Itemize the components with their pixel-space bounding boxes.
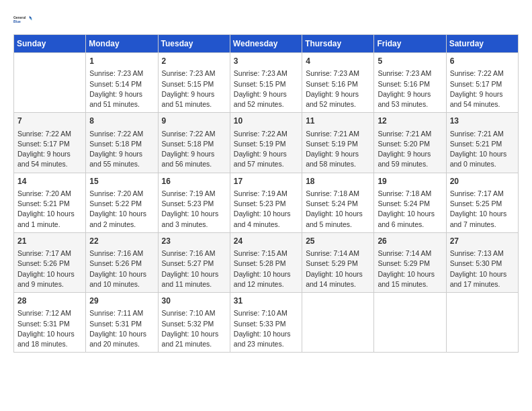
day-info: Sunrise: 7:23 AM Sunset: 5:15 PM Dayligh… bbox=[162, 68, 226, 109]
day-info: Sunrise: 7:16 AM Sunset: 5:26 PM Dayligh… bbox=[89, 248, 154, 289]
day-number: 28 bbox=[17, 295, 82, 307]
day-number: 11 bbox=[306, 116, 370, 127]
calendar-week-row: 28Sunrise: 7:12 AM Sunset: 5:31 PM Dayli… bbox=[14, 293, 519, 353]
day-number: 29 bbox=[89, 295, 154, 307]
calendar-cell: 26Sunrise: 7:14 AM Sunset: 5:29 PM Dayli… bbox=[374, 232, 446, 292]
col-header-monday: Monday bbox=[86, 35, 158, 53]
calendar-cell: 25Sunrise: 7:14 AM Sunset: 5:29 PM Dayli… bbox=[302, 232, 374, 292]
day-number: 14 bbox=[17, 176, 82, 187]
day-info: Sunrise: 7:15 AM Sunset: 5:28 PM Dayligh… bbox=[234, 248, 298, 289]
day-number: 30 bbox=[162, 295, 226, 307]
calendar-cell: 18Sunrise: 7:18 AM Sunset: 5:24 PM Dayli… bbox=[302, 173, 374, 232]
day-info: Sunrise: 7:22 AM Sunset: 5:18 PM Dayligh… bbox=[89, 129, 154, 170]
calendar-cell: 16Sunrise: 7:19 AM Sunset: 5:23 PM Dayli… bbox=[158, 173, 230, 232]
day-number: 31 bbox=[234, 295, 298, 307]
calendar-cell: 31Sunrise: 7:10 AM Sunset: 5:33 PM Dayli… bbox=[230, 293, 302, 353]
calendar-cell: 2Sunrise: 7:23 AM Sunset: 5:15 PM Daylig… bbox=[158, 53, 230, 113]
day-info: Sunrise: 7:12 AM Sunset: 5:31 PM Dayligh… bbox=[17, 308, 82, 349]
svg-text:General: General bbox=[13, 16, 26, 19]
day-info: Sunrise: 7:19 AM Sunset: 5:23 PM Dayligh… bbox=[162, 189, 226, 230]
day-number: 1 bbox=[89, 56, 154, 67]
calendar-cell bbox=[14, 53, 86, 113]
day-info: Sunrise: 7:23 AM Sunset: 5:16 PM Dayligh… bbox=[378, 68, 442, 109]
day-info: Sunrise: 7:14 AM Sunset: 5:29 PM Dayligh… bbox=[378, 248, 442, 289]
calendar-cell bbox=[302, 293, 374, 353]
day-number: 24 bbox=[234, 236, 298, 247]
day-number: 21 bbox=[17, 236, 82, 247]
col-header-wednesday: Wednesday bbox=[230, 35, 302, 53]
col-header-tuesday: Tuesday bbox=[158, 35, 230, 53]
calendar-cell bbox=[374, 293, 446, 353]
col-header-saturday: Saturday bbox=[446, 35, 518, 53]
logo-icon: General Blue bbox=[13, 10, 32, 29]
calendar-cell: 11Sunrise: 7:21 AM Sunset: 5:19 PM Dayli… bbox=[302, 113, 374, 173]
calendar-table: SundayMondayTuesdayWednesdayThursdayFrid… bbox=[13, 34, 519, 353]
calendar-cell: 15Sunrise: 7:20 AM Sunset: 5:22 PM Dayli… bbox=[86, 173, 158, 232]
day-info: Sunrise: 7:22 AM Sunset: 5:17 PM Dayligh… bbox=[17, 129, 82, 170]
calendar-cell: 12Sunrise: 7:21 AM Sunset: 5:20 PM Dayli… bbox=[374, 113, 446, 173]
calendar-cell: 4Sunrise: 7:23 AM Sunset: 5:16 PM Daylig… bbox=[302, 53, 374, 113]
day-info: Sunrise: 7:22 AM Sunset: 5:19 PM Dayligh… bbox=[234, 129, 298, 170]
day-number: 17 bbox=[234, 176, 298, 187]
calendar-cell: 22Sunrise: 7:16 AM Sunset: 5:26 PM Dayli… bbox=[86, 232, 158, 292]
day-info: Sunrise: 7:10 AM Sunset: 5:32 PM Dayligh… bbox=[162, 308, 226, 349]
day-info: Sunrise: 7:22 AM Sunset: 5:17 PM Dayligh… bbox=[450, 68, 515, 109]
col-header-friday: Friday bbox=[374, 35, 446, 53]
logo: General Blue bbox=[13, 10, 32, 29]
day-info: Sunrise: 7:16 AM Sunset: 5:27 PM Dayligh… bbox=[162, 248, 226, 289]
day-number: 7 bbox=[17, 116, 82, 127]
calendar-cell: 24Sunrise: 7:15 AM Sunset: 5:28 PM Dayli… bbox=[230, 232, 302, 292]
day-info: Sunrise: 7:13 AM Sunset: 5:30 PM Dayligh… bbox=[450, 248, 515, 289]
calendar-week-row: 21Sunrise: 7:17 AM Sunset: 5:26 PM Dayli… bbox=[14, 232, 519, 292]
calendar-cell: 7Sunrise: 7:22 AM Sunset: 5:17 PM Daylig… bbox=[14, 113, 86, 173]
day-info: Sunrise: 7:10 AM Sunset: 5:33 PM Dayligh… bbox=[234, 308, 298, 349]
day-number: 12 bbox=[378, 116, 442, 127]
calendar-cell: 3Sunrise: 7:23 AM Sunset: 5:15 PM Daylig… bbox=[230, 53, 302, 113]
calendar-week-row: 14Sunrise: 7:20 AM Sunset: 5:21 PM Dayli… bbox=[14, 173, 519, 232]
col-header-sunday: Sunday bbox=[14, 35, 86, 53]
calendar-week-row: 7Sunrise: 7:22 AM Sunset: 5:17 PM Daylig… bbox=[14, 113, 519, 173]
day-info: Sunrise: 7:19 AM Sunset: 5:23 PM Dayligh… bbox=[234, 189, 298, 230]
day-info: Sunrise: 7:11 AM Sunset: 5:31 PM Dayligh… bbox=[89, 308, 154, 349]
day-info: Sunrise: 7:17 AM Sunset: 5:26 PM Dayligh… bbox=[17, 248, 82, 289]
day-number: 19 bbox=[378, 176, 442, 187]
calendar-cell: 30Sunrise: 7:10 AM Sunset: 5:32 PM Dayli… bbox=[158, 293, 230, 353]
calendar-cell: 28Sunrise: 7:12 AM Sunset: 5:31 PM Dayli… bbox=[14, 293, 86, 353]
day-number: 6 bbox=[450, 56, 515, 67]
calendar-cell: 29Sunrise: 7:11 AM Sunset: 5:31 PM Dayli… bbox=[86, 293, 158, 353]
calendar-week-row: 1Sunrise: 7:23 AM Sunset: 5:14 PM Daylig… bbox=[14, 53, 519, 113]
calendar-cell: 13Sunrise: 7:21 AM Sunset: 5:21 PM Dayli… bbox=[446, 113, 518, 173]
calendar-cell: 1Sunrise: 7:23 AM Sunset: 5:14 PM Daylig… bbox=[86, 53, 158, 113]
day-number: 4 bbox=[306, 56, 370, 67]
day-info: Sunrise: 7:23 AM Sunset: 5:14 PM Dayligh… bbox=[89, 68, 154, 109]
calendar-cell: 14Sunrise: 7:20 AM Sunset: 5:21 PM Dayli… bbox=[14, 173, 86, 232]
day-info: Sunrise: 7:17 AM Sunset: 5:25 PM Dayligh… bbox=[450, 189, 515, 230]
day-info: Sunrise: 7:20 AM Sunset: 5:22 PM Dayligh… bbox=[89, 189, 154, 230]
day-number: 2 bbox=[162, 56, 226, 67]
day-number: 18 bbox=[306, 176, 370, 187]
calendar-cell bbox=[446, 293, 518, 353]
day-number: 8 bbox=[89, 116, 154, 127]
day-info: Sunrise: 7:18 AM Sunset: 5:24 PM Dayligh… bbox=[306, 189, 370, 230]
day-info: Sunrise: 7:21 AM Sunset: 5:21 PM Dayligh… bbox=[450, 129, 515, 170]
day-number: 22 bbox=[89, 236, 154, 247]
calendar-cell: 5Sunrise: 7:23 AM Sunset: 5:16 PM Daylig… bbox=[374, 53, 446, 113]
day-number: 3 bbox=[234, 56, 298, 67]
calendar-cell: 6Sunrise: 7:22 AM Sunset: 5:17 PM Daylig… bbox=[446, 53, 518, 113]
calendar-cell: 8Sunrise: 7:22 AM Sunset: 5:18 PM Daylig… bbox=[86, 113, 158, 173]
day-number: 15 bbox=[89, 176, 154, 187]
day-number: 16 bbox=[162, 176, 226, 187]
calendar-cell: 10Sunrise: 7:22 AM Sunset: 5:19 PM Dayli… bbox=[230, 113, 302, 173]
day-number: 23 bbox=[162, 236, 226, 247]
day-info: Sunrise: 7:21 AM Sunset: 5:20 PM Dayligh… bbox=[378, 129, 442, 170]
svg-text:Blue: Blue bbox=[13, 20, 21, 24]
day-info: Sunrise: 7:21 AM Sunset: 5:19 PM Dayligh… bbox=[306, 129, 370, 170]
svg-marker-2 bbox=[30, 15, 32, 18]
calendar-cell: 20Sunrise: 7:17 AM Sunset: 5:25 PM Dayli… bbox=[446, 173, 518, 232]
day-info: Sunrise: 7:23 AM Sunset: 5:16 PM Dayligh… bbox=[306, 68, 370, 109]
calendar-cell: 19Sunrise: 7:18 AM Sunset: 5:24 PM Dayli… bbox=[374, 173, 446, 232]
day-number: 9 bbox=[162, 116, 226, 127]
calendar-header-row: SundayMondayTuesdayWednesdayThursdayFrid… bbox=[14, 35, 519, 53]
day-number: 26 bbox=[378, 236, 442, 247]
col-header-thursday: Thursday bbox=[302, 35, 374, 53]
